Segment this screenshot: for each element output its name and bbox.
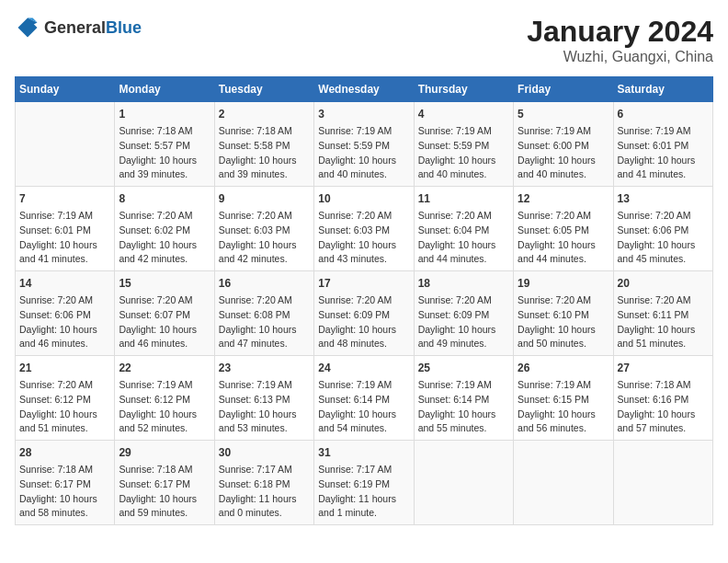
calendar-cell: 2Sunrise: 7:18 AMSunset: 5:58 PMDaylight… [214, 102, 313, 187]
cell-content: Sunrise: 7:17 AMSunset: 6:19 PMDaylight:… [318, 463, 409, 521]
calendar-cell: 30Sunrise: 7:17 AMSunset: 6:18 PMDayligh… [214, 441, 313, 525]
day-number: 29 [119, 444, 210, 461]
day-number: 3 [318, 106, 409, 122]
calendar-cell: 16Sunrise: 7:20 AMSunset: 6:08 PMDayligh… [214, 271, 313, 356]
cell-content: Sunrise: 7:20 AMSunset: 6:05 PMDaylight:… [518, 209, 609, 267]
day-header-wednesday: Wednesday [314, 77, 414, 102]
calendar-cell: 14Sunrise: 7:20 AMSunset: 6:06 PMDayligh… [16, 271, 115, 356]
logo-text: General Blue [44, 18, 142, 38]
calendar-cell: 23Sunrise: 7:19 AMSunset: 6:13 PMDayligh… [214, 356, 313, 441]
cell-content: Sunrise: 7:20 AMSunset: 6:11 PMDaylight:… [618, 293, 709, 351]
calendar-cell: 27Sunrise: 7:18 AMSunset: 6:16 PMDayligh… [613, 356, 712, 441]
calendar-week-row: 7Sunrise: 7:19 AMSunset: 6:01 PMDaylight… [16, 187, 713, 271]
day-header-sunday: Sunday [16, 77, 115, 102]
calendar-cell: 15Sunrise: 7:20 AMSunset: 6:07 PMDayligh… [115, 271, 214, 356]
day-number: 24 [318, 360, 409, 376]
calendar-cell [613, 441, 712, 525]
day-number: 28 [19, 444, 110, 461]
day-number: 16 [219, 275, 310, 292]
calendar-cell: 9Sunrise: 7:20 AMSunset: 6:03 PMDaylight… [214, 187, 313, 271]
cell-content: Sunrise: 7:20 AMSunset: 6:03 PMDaylight:… [318, 209, 409, 267]
calendar-cell: 1Sunrise: 7:18 AMSunset: 5:57 PMDaylight… [115, 102, 214, 187]
day-number: 18 [418, 275, 509, 292]
cell-content: Sunrise: 7:19 AMSunset: 6:01 PMDaylight:… [19, 209, 110, 267]
calendar-cell: 17Sunrise: 7:20 AMSunset: 6:09 PMDayligh… [314, 271, 414, 356]
day-number: 22 [119, 360, 210, 376]
cell-content: Sunrise: 7:20 AMSunset: 6:09 PMDaylight:… [418, 293, 509, 351]
calendar-cell: 13Sunrise: 7:20 AMSunset: 6:06 PMDayligh… [613, 187, 712, 271]
logo-blue: Blue [106, 18, 142, 38]
cell-content: Sunrise: 7:20 AMSunset: 6:04 PMDaylight:… [418, 209, 509, 267]
calendar-header: SundayMondayTuesdayWednesdayThursdayFrid… [16, 77, 713, 102]
day-header-thursday: Thursday [414, 77, 513, 102]
day-header-tuesday: Tuesday [214, 77, 313, 102]
day-number: 5 [518, 106, 609, 122]
cell-content: Sunrise: 7:18 AMSunset: 6:17 PMDaylight:… [19, 463, 110, 521]
calendar-table: SundayMondayTuesdayWednesdayThursdayFrid… [15, 76, 713, 525]
day-number: 11 [418, 190, 509, 207]
page-container: General Blue January 2024 Wuzhi, Guangxi… [15, 15, 713, 525]
calendar-cell: 24Sunrise: 7:19 AMSunset: 6:14 PMDayligh… [314, 356, 414, 441]
day-number: 4 [418, 106, 509, 122]
logo: General Blue [15, 15, 142, 40]
days-header-row: SundayMondayTuesdayWednesdayThursdayFrid… [16, 77, 713, 102]
cell-content: Sunrise: 7:20 AMSunset: 6:07 PMDaylight:… [119, 293, 210, 351]
cell-content: Sunrise: 7:18 AMSunset: 6:16 PMDaylight:… [618, 378, 709, 436]
day-number: 21 [19, 360, 110, 376]
day-header-monday: Monday [115, 77, 214, 102]
calendar-cell: 25Sunrise: 7:19 AMSunset: 6:14 PMDayligh… [414, 356, 513, 441]
calendar-cell: 19Sunrise: 7:20 AMSunset: 6:10 PMDayligh… [514, 271, 613, 356]
cell-content: Sunrise: 7:20 AMSunset: 6:06 PMDaylight:… [19, 293, 110, 351]
cell-content: Sunrise: 7:20 AMSunset: 6:09 PMDaylight:… [318, 293, 409, 351]
day-number: 13 [618, 190, 709, 207]
calendar-week-row: 1Sunrise: 7:18 AMSunset: 5:57 PMDaylight… [16, 102, 713, 187]
cell-content: Sunrise: 7:17 AMSunset: 6:18 PMDaylight:… [219, 463, 310, 521]
cell-content: Sunrise: 7:19 AMSunset: 5:59 PMDaylight:… [418, 124, 509, 182]
cell-content: Sunrise: 7:19 AMSunset: 6:15 PMDaylight:… [518, 378, 609, 436]
cell-content: Sunrise: 7:18 AMSunset: 5:57 PMDaylight:… [119, 124, 210, 182]
logo-general: General [44, 18, 106, 38]
calendar-cell: 26Sunrise: 7:19 AMSunset: 6:15 PMDayligh… [514, 356, 613, 441]
day-number: 9 [219, 190, 310, 207]
day-number: 20 [618, 275, 709, 292]
cell-content: Sunrise: 7:18 AMSunset: 6:17 PMDaylight:… [119, 463, 210, 521]
cell-content: Sunrise: 7:19 AMSunset: 6:13 PMDaylight:… [219, 378, 310, 436]
calendar-cell: 10Sunrise: 7:20 AMSunset: 6:03 PMDayligh… [314, 187, 414, 271]
day-header-saturday: Saturday [613, 77, 712, 102]
day-number: 12 [518, 190, 609, 207]
cell-content: Sunrise: 7:19 AMSunset: 6:14 PMDaylight:… [418, 378, 509, 436]
calendar-week-row: 28Sunrise: 7:18 AMSunset: 6:17 PMDayligh… [16, 441, 713, 525]
cell-content: Sunrise: 7:20 AMSunset: 6:03 PMDaylight:… [219, 209, 310, 267]
day-number: 27 [618, 360, 709, 376]
day-number: 30 [219, 444, 310, 461]
calendar-cell: 22Sunrise: 7:19 AMSunset: 6:12 PMDayligh… [115, 356, 214, 441]
cell-content: Sunrise: 7:18 AMSunset: 5:58 PMDaylight:… [219, 124, 310, 182]
calendar-cell: 6Sunrise: 7:19 AMSunset: 6:01 PMDaylight… [613, 102, 712, 187]
cell-content: Sunrise: 7:19 AMSunset: 6:14 PMDaylight:… [318, 378, 409, 436]
day-number: 2 [219, 106, 310, 122]
calendar-cell: 21Sunrise: 7:20 AMSunset: 6:12 PMDayligh… [16, 356, 115, 441]
calendar-cell: 12Sunrise: 7:20 AMSunset: 6:05 PMDayligh… [514, 187, 613, 271]
calendar-week-row: 21Sunrise: 7:20 AMSunset: 6:12 PMDayligh… [16, 356, 713, 441]
calendar-cell: 29Sunrise: 7:18 AMSunset: 6:17 PMDayligh… [115, 441, 214, 525]
title-block: January 2024 Wuzhi, Guangxi, China [527, 15, 713, 65]
cell-content: Sunrise: 7:20 AMSunset: 6:08 PMDaylight:… [219, 293, 310, 351]
day-number: 23 [219, 360, 310, 376]
cell-content: Sunrise: 7:19 AMSunset: 5:59 PMDaylight:… [318, 124, 409, 182]
cell-content: Sunrise: 7:19 AMSunset: 6:12 PMDaylight:… [119, 378, 210, 436]
calendar-cell [514, 441, 613, 525]
day-number: 25 [418, 360, 509, 376]
day-number: 8 [119, 190, 210, 207]
calendar-cell: 31Sunrise: 7:17 AMSunset: 6:19 PMDayligh… [314, 441, 414, 525]
day-number: 17 [318, 275, 409, 292]
calendar-subtitle: Wuzhi, Guangxi, China [527, 49, 713, 65]
day-header-friday: Friday [514, 77, 613, 102]
calendar-cell: 18Sunrise: 7:20 AMSunset: 6:09 PMDayligh… [414, 271, 513, 356]
day-number: 1 [119, 106, 210, 122]
calendar-cell: 28Sunrise: 7:18 AMSunset: 6:17 PMDayligh… [16, 441, 115, 525]
calendar-cell: 8Sunrise: 7:20 AMSunset: 6:02 PMDaylight… [115, 187, 214, 271]
calendar-cell: 11Sunrise: 7:20 AMSunset: 6:04 PMDayligh… [414, 187, 513, 271]
calendar-cell [16, 102, 115, 187]
calendar-cell: 5Sunrise: 7:19 AMSunset: 6:00 PMDaylight… [514, 102, 613, 187]
cell-content: Sunrise: 7:20 AMSunset: 6:06 PMDaylight:… [618, 209, 709, 267]
